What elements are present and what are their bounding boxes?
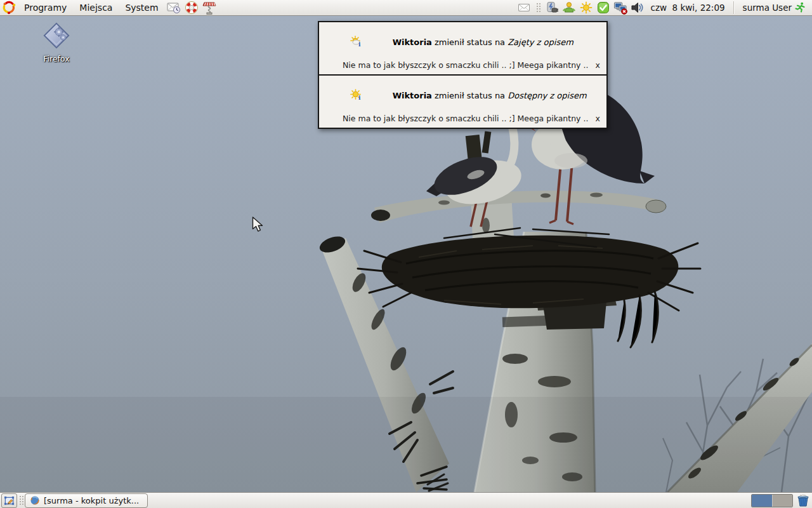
notification-sender: Wiktoria xyxy=(393,91,432,100)
workspace-1[interactable] xyxy=(752,495,772,507)
workspace-2[interactable] xyxy=(772,495,793,507)
desktop-icon-label: Firefox xyxy=(32,54,81,64)
notification-close-button[interactable]: x xyxy=(596,60,600,70)
ubuntu-logo-icon[interactable] xyxy=(1,0,16,15)
notification-body: Nie ma to jak błyszczyk o smaczku chili … xyxy=(343,114,589,123)
tasklist-drag-handle[interactable] xyxy=(18,495,23,506)
trash-icon xyxy=(796,493,810,507)
notification-status: Dostępny z opisem xyxy=(508,91,586,100)
workspace-switcher xyxy=(751,494,793,507)
svg-text:i: i xyxy=(358,95,361,100)
system-tray: czw 8 kwi, 22:09 surma User xyxy=(517,1,812,15)
sun-info-icon: i xyxy=(324,79,362,112)
notification-action: zmienił status na xyxy=(432,91,508,100)
updates-ok-icon[interactable] xyxy=(596,1,610,15)
user-name-label: surma User xyxy=(743,3,792,13)
task-button-label: [surma - kokpit użytk... xyxy=(44,496,139,505)
network-offline-icon[interactable] xyxy=(613,1,627,15)
notification-close-button[interactable]: x xyxy=(596,114,600,123)
show-desktop-icon xyxy=(4,495,15,506)
jack-in-the-box-icon[interactable] xyxy=(202,0,217,15)
notification-body: Nie ma to jak błyszczyk o smaczku chili … xyxy=(343,60,589,70)
tray-drag-handle[interactable] xyxy=(535,2,540,13)
desktop: Firefox i Wiktoria zmienił status na Zaj xyxy=(0,16,812,492)
show-desktop-button[interactable] xyxy=(1,493,17,508)
notification-action: zmienił status na xyxy=(432,37,508,47)
desktop-icon-firefox[interactable]: Firefox xyxy=(32,21,81,64)
top-panel: Programy Miejsca System xyxy=(0,0,812,16)
bottom-panel: [surma - kokpit użytk... xyxy=(0,492,812,508)
notification-busy: i Wiktoria zmienił status na Zajęty z op… xyxy=(318,21,608,76)
volume-icon[interactable] xyxy=(631,1,645,15)
mail-client-icon[interactable] xyxy=(166,0,181,15)
svg-text:i: i xyxy=(358,41,361,47)
help-lifebuoy-icon[interactable] xyxy=(184,0,199,15)
panel-separator xyxy=(733,1,735,14)
menu-miejsca[interactable]: Miejsca xyxy=(73,0,119,15)
sun-status-icon[interactable] xyxy=(579,1,593,15)
firefox-icon xyxy=(30,495,40,505)
mail-envelope-icon[interactable] xyxy=(517,1,531,15)
trash-button[interactable] xyxy=(796,493,811,508)
notification-status: Zajęty z opisem xyxy=(508,37,573,47)
notification-sender: Wiktoria xyxy=(393,37,432,47)
user-switch-icon xyxy=(794,1,806,15)
menu-system[interactable]: System xyxy=(119,0,164,15)
clock[interactable]: czw 8 kwi, 22:09 xyxy=(648,3,727,13)
notification-stack: i Wiktoria zmienił status na Zajęty z op… xyxy=(318,21,608,129)
task-button-firefox[interactable]: [surma - kokpit użytk... xyxy=(25,493,148,508)
notification-available: i Wiktoria zmienił status na Dostępny z … xyxy=(318,74,608,129)
user-switcher[interactable]: surma User xyxy=(740,1,809,15)
buddy-icon[interactable] xyxy=(562,1,576,15)
menu-programy[interactable]: Programy xyxy=(18,0,73,15)
sun-cloud-info-icon: i xyxy=(324,26,362,58)
generic-app-diamond-icon xyxy=(42,21,71,50)
power-manager-icon[interactable] xyxy=(545,1,559,15)
